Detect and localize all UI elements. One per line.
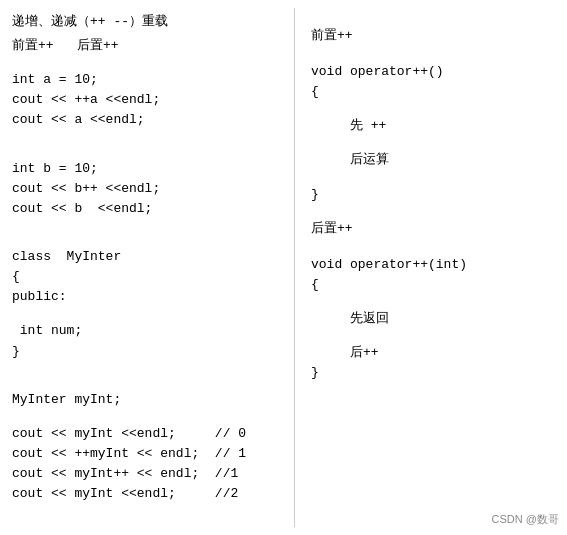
title: 递增、递减（++ --）重载 [12, 12, 282, 30]
main-container: 递增、递减（++ --）重载 前置++ 后置++ int a = 10; cou… [0, 0, 567, 535]
code-block-2: int b = 10; cout << b++ <<endl; cout << … [12, 159, 282, 219]
divider [294, 8, 295, 527]
prefix-code-block: void operator++() { 先 ++ 后运算 } [311, 62, 559, 205]
code-block-1: int a = 10; cout << ++a <<endl; cout << … [12, 70, 282, 130]
code-block-4: MyInter myInt; [12, 390, 282, 410]
section-label-prefix-plus: 前置++ [311, 26, 559, 44]
watermark: CSDN @数哥 [492, 512, 559, 527]
code-block-3: class MyInter { public: int num; } [12, 247, 282, 362]
right-panel: 前置++ void operator++() { 先 ++ 后运算 } 后置++… [299, 8, 567, 527]
left-panel: 递增、递减（++ --）重载 前置++ 后置++ int a = 10; cou… [0, 8, 290, 527]
section-label-postfix-plus: 后置++ [311, 219, 559, 237]
code-block-5: cout << myInt <<endl; // 0 cout << ++myI… [12, 424, 282, 505]
subtitle: 前置++ 后置++ [12, 36, 282, 56]
postfix-code-block: void operator++(int) { 先返回 后++ } [311, 255, 559, 384]
